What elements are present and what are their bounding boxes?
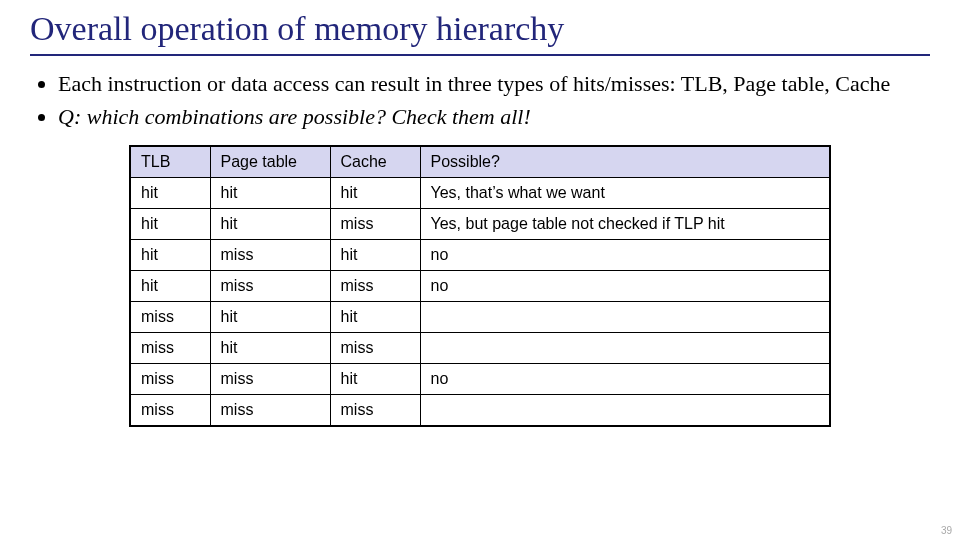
table-cell: no <box>420 240 830 271</box>
table-cell: hit <box>210 302 330 333</box>
slide: Overall operation of memory hierarchy Ea… <box>0 0 960 427</box>
table-row: miss miss miss <box>130 395 830 427</box>
table-cell <box>420 333 830 364</box>
table-cell: no <box>420 364 830 395</box>
bullet-list: Each instruction or data access can resu… <box>30 70 930 131</box>
table-row: hit hit miss Yes, but page table not che… <box>130 209 830 240</box>
hitmiss-table: TLB Page table Cache Possible? hit hit h… <box>129 145 831 427</box>
table-cell: hit <box>330 240 420 271</box>
table-row: miss hit miss <box>130 333 830 364</box>
table-cell: Yes, that’s what we want <box>420 178 830 209</box>
table-cell: miss <box>130 364 210 395</box>
table-cell: hit <box>210 209 330 240</box>
table-cell: miss <box>130 395 210 427</box>
table-row: miss miss hit no <box>130 364 830 395</box>
table-cell: Yes, but page table not checked if TLP h… <box>420 209 830 240</box>
table-cell: miss <box>210 395 330 427</box>
table-row: miss hit hit <box>130 302 830 333</box>
table-cell: hit <box>130 240 210 271</box>
table-row: hit miss miss no <box>130 271 830 302</box>
table-header-row: TLB Page table Cache Possible? <box>130 146 830 178</box>
page-title: Overall operation of memory hierarchy <box>30 10 930 48</box>
table-cell: miss <box>130 333 210 364</box>
table-cell: hit <box>210 333 330 364</box>
bullet-item: Each instruction or data access can resu… <box>58 70 930 99</box>
title-underline <box>30 54 930 56</box>
table-cell: miss <box>130 302 210 333</box>
table-cell <box>420 395 830 427</box>
table-cell: hit <box>130 178 210 209</box>
table-cell <box>420 302 830 333</box>
table-header: Possible? <box>420 146 830 178</box>
table-cell: miss <box>330 395 420 427</box>
table-cell: miss <box>330 333 420 364</box>
table-cell: miss <box>330 271 420 302</box>
table-cell: miss <box>210 271 330 302</box>
page-number: 39 <box>941 525 952 536</box>
table-header: Page table <box>210 146 330 178</box>
table-cell: hit <box>330 178 420 209</box>
table-cell: miss <box>210 364 330 395</box>
table-cell: hit <box>210 178 330 209</box>
table-row: hit hit hit Yes, that’s what we want <box>130 178 830 209</box>
table-cell: hit <box>130 209 210 240</box>
table-cell: hit <box>330 302 420 333</box>
table-cell: hit <box>130 271 210 302</box>
table-header: Cache <box>330 146 420 178</box>
bullet-item: Q: which combinations are possible? Chec… <box>58 103 930 132</box>
table-cell: hit <box>330 364 420 395</box>
table-cell: no <box>420 271 830 302</box>
table-header: TLB <box>130 146 210 178</box>
table-cell: miss <box>210 240 330 271</box>
table-cell: miss <box>330 209 420 240</box>
table-row: hit miss hit no <box>130 240 830 271</box>
